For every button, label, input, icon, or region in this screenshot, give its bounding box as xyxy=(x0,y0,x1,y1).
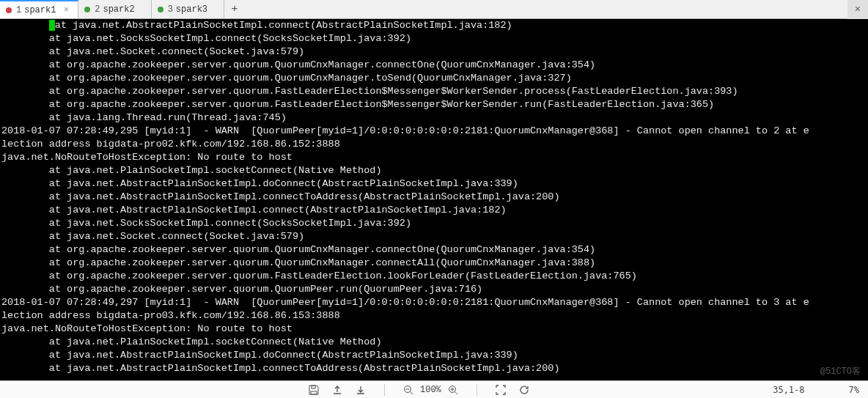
svg-rect-0 xyxy=(311,391,317,394)
terminal-line: java.net.NoRouteToHostException: No rout… xyxy=(1,151,868,164)
terminal-line: at java.net.AbstractPlainSocketImpl.conn… xyxy=(1,204,868,217)
upload-icon[interactable] xyxy=(331,384,343,396)
tab-label: spark1 xyxy=(24,5,56,15)
terminal-line: at java.net.AbstractPlainSocketImpl.conn… xyxy=(1,19,868,32)
terminal-line: at org.apache.zookeeper.server.quorum.Qu… xyxy=(1,72,868,85)
terminal-line: at org.apache.zookeeper.server.quorum.Fa… xyxy=(1,270,868,283)
terminal-line: at java.net.AbstractPlainSocketImpl.conn… xyxy=(1,191,868,204)
status-dot-icon xyxy=(6,7,12,13)
watermark: @51CTO客 xyxy=(820,365,861,377)
terminal-line: 2018-01-07 07:28:49,297 [myid:1] - WARN … xyxy=(1,296,868,309)
scroll-percent: 7% xyxy=(849,385,859,395)
terminal-line: at org.apache.zookeeper.server.quorum.Qu… xyxy=(1,257,868,270)
tab-number: 3 xyxy=(168,4,173,15)
refresh-icon[interactable] xyxy=(518,384,530,396)
tab-label: spark2 xyxy=(103,4,134,15)
terminal-output[interactable]: at java.net.AbstractPlainSocketImpl.conn… xyxy=(0,19,868,380)
terminal-line: at java.net.SocksSocketImpl.connect(Sock… xyxy=(1,217,868,230)
status-dot-icon xyxy=(158,7,163,12)
terminal-line: lection address bigdata-pro03.kfk.com/19… xyxy=(1,309,868,323)
tab-number: 1 xyxy=(16,5,21,15)
terminal-line: java.net.NoRouteToHostException: No rout… xyxy=(1,323,868,336)
cursor-position: 35,1-8 xyxy=(773,385,804,395)
terminal-line: at org.apache.zookeeper.server.quorum.Qu… xyxy=(1,283,868,296)
terminal-line: at java.net.Socket.connect(Socket.java:5… xyxy=(1,230,868,243)
terminal-cursor xyxy=(49,20,55,31)
terminal-line: at java.net.AbstractPlainSocketImpl.conn… xyxy=(1,362,868,375)
download-icon[interactable] xyxy=(355,384,367,396)
terminal-line: at java.net.AbstractPlainSocketImpl.doCo… xyxy=(1,349,868,362)
tab-label: spark3 xyxy=(176,4,207,15)
zoom-out-icon[interactable] xyxy=(402,384,414,396)
terminal-line: at java.net.PlainSocketImpl.socketConnec… xyxy=(1,164,868,177)
terminal-line: at org.apache.zookeeper.server.quorum.Fa… xyxy=(1,85,868,98)
svg-rect-1 xyxy=(312,386,315,388)
add-tab-button[interactable]: + xyxy=(224,0,245,18)
terminal-line: at org.apache.zookeeper.server.quorum.Qu… xyxy=(1,243,868,257)
terminal-line: at org.apache.zookeeper.server.quorum.Qu… xyxy=(1,59,868,72)
focus-icon[interactable] xyxy=(495,384,507,396)
terminal-line: at java.net.AbstractPlainSocketImpl.doCo… xyxy=(1,177,868,191)
terminal-line: 2018-01-07 07:28:49,295 [myid:1] - WARN … xyxy=(1,125,868,138)
tab-bar: 1 spark1 × 2 spark2 3 spark3 + × xyxy=(0,0,868,19)
close-panel-button[interactable]: × xyxy=(847,0,868,19)
terminal-line: at java.net.PlainSocketImpl.socketConnec… xyxy=(1,336,868,349)
status-bar: 100% 35,1-8 7% xyxy=(0,380,868,398)
save-icon[interactable] xyxy=(308,384,320,396)
terminal-line: lection address bigdata-pro02.kfk.com/19… xyxy=(1,138,868,151)
close-icon[interactable]: × xyxy=(63,4,69,15)
terminal-line: at java.net.Socket.connect(Socket.java:5… xyxy=(1,45,868,59)
terminal-line: at java.net.SocksSocketImpl.connect(Sock… xyxy=(1,32,868,45)
tab-spark1[interactable]: 1 spark1 × xyxy=(0,0,78,18)
terminal-line: at org.apache.zookeeper.server.quorum.Fa… xyxy=(1,98,868,111)
zoom-in-icon[interactable] xyxy=(447,384,459,396)
tab-number: 2 xyxy=(95,4,100,15)
tab-spark3[interactable]: 3 spark3 xyxy=(152,0,224,18)
terminal-line: at java.lang.Thread.run(Thread.java:745) xyxy=(1,111,868,125)
zoom-level: 100% xyxy=(420,385,441,395)
tab-spark2[interactable]: 2 spark2 xyxy=(78,0,151,18)
status-dot-icon xyxy=(84,7,90,12)
